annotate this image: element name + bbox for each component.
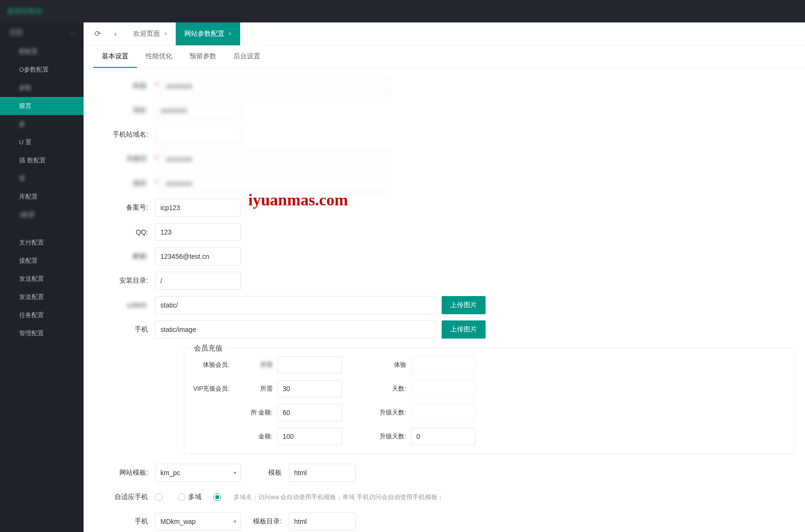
adaptive-hint: 多域名：访问wa 会自动使用手机模板；单域 手机访问会自动使用手机模板； [233,493,444,501]
desc-input[interactable] [160,174,390,192]
refresh-button[interactable]: ⟳ [88,25,106,43]
email-input[interactable] [155,247,241,266]
qq-label: QQ: [84,228,155,236]
adaptive-radio-group: 多域 [155,493,224,501]
icp-label: 备案号: [84,203,155,212]
subtab-basic[interactable]: 基本设置 [93,46,137,68]
sidebar-item-8[interactable]: 库配置 [0,188,84,206]
member-row-vip3: 金额: 升级天数: [191,427,788,446]
amount-label: 所需 [237,361,277,369]
mobile-template-dir-label: 模板目录: [241,517,289,526]
sidebar-item-13[interactable]: 发送配置 [0,270,84,288]
radio-option-0[interactable] [155,493,166,501]
sidebar-item-0[interactable]: 数配置 [0,43,84,61]
vip2-amount-input[interactable] [277,404,342,421]
back-button[interactable]: ‹ [106,25,125,43]
form-row: 关键词: * [84,150,805,168]
sidebar-item-5[interactable]: U 置 [0,133,84,151]
logo-mobile-input[interactable] [155,320,437,339]
member-row-trial: 体验会员: 所需 体验 [191,356,788,374]
trial-amount-input[interactable] [277,356,342,373]
amount-label: 所需 [237,384,277,393]
sidebar-item-16[interactable]: 管理配置 [0,324,84,342]
mobile-template-label: 手机 [84,517,155,526]
vip1-amount-input[interactable] [277,380,342,397]
radio-icon [155,493,163,501]
form-row-mobile-template: 手机 ▾ 模板目录: [84,512,805,531]
radio-option-1[interactable]: 多域 [178,493,201,501]
close-icon[interactable]: × [164,31,167,37]
required-icon: * [155,82,159,90]
required-icon: * [155,155,159,163]
sidebar-item-10[interactable] [0,224,84,234]
qq-input[interactable] [155,223,241,241]
mobile-domain-label: 手机站域名: [84,130,155,139]
install-dir-input[interactable] [155,272,241,290]
days-label: 体验 [371,361,411,369]
form-row-mobile-domain: 手机站域名: [84,126,805,144]
sidebar-group-label: 设置 [10,28,23,37]
form-row-adaptive: 自适应手机 多域 [84,488,805,506]
sidebar-item-7[interactable]: 置 [0,170,84,188]
template-select-value[interactable] [155,464,241,482]
radio-option-2[interactable] [213,493,224,501]
subtab-reserved[interactable]: 预留参数 [181,46,225,68]
icp-input[interactable] [155,199,241,217]
days-label: 天数: [371,384,411,393]
member-fieldset: 会员充值 体验会员: 所需 体验 VIP充值会员: 所需 [184,348,795,454]
mobile-template-dir-input[interactable] [289,512,356,531]
chevron-up-icon: ▴ [72,30,74,35]
form-row-qq: QQ: [84,223,805,241]
sidebar-item-11[interactable]: 支付配置 [0,234,84,252]
fieldset-title: 会员充值 [190,344,226,353]
email-label: 邮箱: [84,252,155,261]
sidebar-item-14[interactable]: 发送配置 [0,288,84,306]
title-input[interactable] [160,77,390,95]
radio-icon [178,493,185,501]
sidebar: 设置 ▴ 数配置 O参数配置 参数 留言 参 U 置 插 数配置 置 库配置 1… [0,22,84,532]
subtab-backend[interactable]: 后台设置 [225,46,269,68]
sidebar-item-2[interactable]: 参数 [0,79,84,97]
sidebar-item-3[interactable]: 留言 [0,97,84,115]
radio-label: 多域 [188,493,201,501]
radio-icon [213,493,221,501]
form-area: 标题: * 域名: 手机站域名: 关键词: * [84,68,805,532]
trial-days-input[interactable] [411,356,476,373]
mobile-template-value[interactable] [155,512,241,531]
mobile-domain-input[interactable] [155,126,241,144]
domain-input[interactable] [155,101,241,119]
keywords-input[interactable] [160,150,390,168]
amount-label: 所 金额: [237,408,277,417]
template-select[interactable]: ▾ [155,464,241,482]
tab-welcome[interactable]: 欢迎页面 × [125,22,176,45]
sidebar-item-12[interactable]: 接配置 [0,252,84,270]
sidebar-item-4[interactable]: 参 [0,115,84,133]
logo-pc-label: LOGO: [84,301,155,309]
mobile-template-select[interactable]: ▾ [155,512,241,531]
form-row: 描述: * [84,174,805,192]
tabbar: ⟳ ‹ 欢迎页面 × 网站参数配置 × [84,22,805,45]
subtab-performance[interactable]: 性能优化 [137,46,181,68]
sidebar-item-1[interactable]: O参数配置 [0,61,84,79]
form-label: 描述: [84,179,155,188]
close-icon[interactable]: × [228,31,232,37]
upload-button-mobile[interactable]: 上传图片 [442,320,486,339]
template-dir-label: 模板 [241,468,289,477]
vip1-days-input[interactable] [411,380,476,397]
sidebar-group[interactable]: 设置 ▴ [0,22,84,43]
vip3-days-input[interactable] [411,428,476,445]
form-row: 标题: * [84,77,805,95]
adaptive-label: 自适应手机 [84,493,155,501]
vip3-amount-input[interactable] [277,428,342,445]
template-dir-input[interactable] [289,464,356,482]
sidebar-item-15[interactable]: 任务配置 [0,306,84,324]
upload-button-pc[interactable]: 上传图片 [442,296,486,314]
form-row-template: 网站模板: ▾ 模板 [84,464,805,482]
amount-label: 金额: [237,432,277,441]
sidebar-item-6[interactable]: 插 数配置 [0,151,84,170]
logo-pc-input[interactable] [155,296,437,314]
sidebar-item-9[interactable]: 1配置 [0,206,84,224]
vip2-days-input[interactable] [411,404,476,421]
tab-site-config[interactable]: 网站参数配置 × [176,22,240,45]
form-label: 标题: [84,82,155,90]
